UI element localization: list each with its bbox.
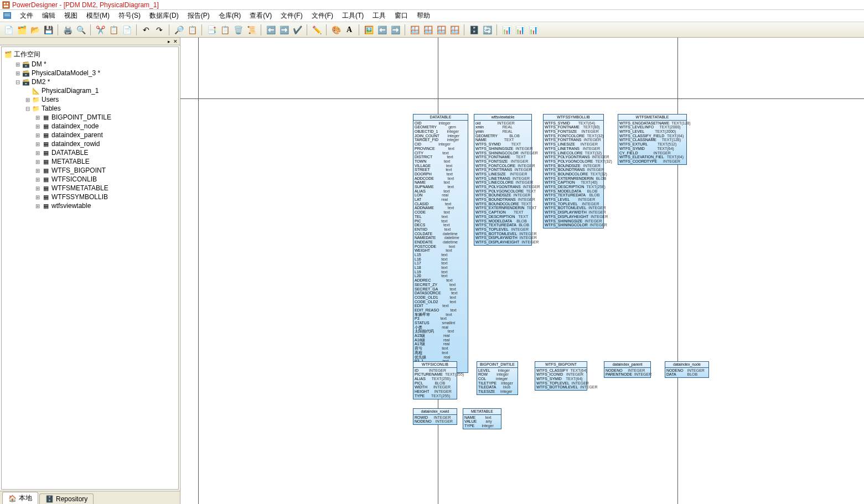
window2-icon[interactable]: 🪟 xyxy=(422,24,434,36)
tree-pdm3[interactable]: ⊞🗃️PhysicalDataModel_3 * xyxy=(14,69,176,77)
tool-copy-icon[interactable]: 📑 xyxy=(205,24,218,36)
entity-title: DATATABLE xyxy=(413,115,468,121)
menu-工具(T)[interactable]: 工具(T) xyxy=(338,11,368,20)
tool-delete-icon[interactable]: 🗑️ xyxy=(232,24,244,36)
tree-table-METATABLE[interactable]: ⊞▦METATABLE xyxy=(34,157,176,166)
db-reverse-icon[interactable]: 🔄 xyxy=(481,24,493,36)
tree-table-wtfsviewtable[interactable]: ⊞▦wtfsviewtable xyxy=(34,201,176,210)
menu-窗口[interactable]: 窗口 xyxy=(390,11,412,20)
print-button[interactable]: 🖨️ xyxy=(61,24,74,36)
panel-pin-icon[interactable]: ▸ xyxy=(165,38,172,45)
window3-icon[interactable]: 🪟 xyxy=(435,24,447,36)
menu-仓库(R)[interactable]: 仓库(R) xyxy=(214,11,246,20)
arrow-back-icon[interactable]: ⬅️ xyxy=(376,24,388,36)
tree-table-dataindex_parent[interactable]: ⊞▦dataindex_parent xyxy=(34,131,176,139)
menu-文件(F)[interactable]: 文件(F) xyxy=(276,11,307,20)
tab-local[interactable]: 🏠本地 xyxy=(2,492,38,504)
entity-wtfsviewtable[interactable]: wtfsviewtableoidINTEGERxminREALyminREALG… xyxy=(474,114,532,246)
model-icon: 🗃️ xyxy=(22,60,30,68)
view3-icon[interactable]: 📊 xyxy=(527,24,539,36)
entity-columns: NODENOINTEGERPARENTNODEINTEGER xyxy=(604,368,650,377)
image-icon[interactable]: 🖼️ xyxy=(363,24,375,36)
local-icon: 🏠 xyxy=(8,495,17,502)
menu-编辑[interactable]: 编辑 xyxy=(38,11,60,20)
menu-报告(P)[interactable]: 报告(P) xyxy=(183,11,214,20)
entity-title: BIGPOINT_DMTILE xyxy=(477,362,518,368)
tree-tables-folder[interactable]: ⊟📁Tables xyxy=(24,104,176,113)
tree-dm[interactable]: ⊞🗃️DM * xyxy=(14,60,176,69)
tree-table-WTFSSYMBOLLIB[interactable]: ⊞▦WTFSSYMBOLLIB xyxy=(34,193,176,201)
properties-button[interactable]: 📋 xyxy=(186,24,198,36)
tool-paste-icon[interactable]: 📋 xyxy=(219,24,231,36)
tool-nav1-icon[interactable]: ⬅️ xyxy=(265,24,277,36)
menu-文件[interactable]: 文件 xyxy=(15,11,38,20)
entity-bigpoint_dmtile[interactable]: BIGPOINT_DMTILELEVELintegerROWintegerCOL… xyxy=(477,361,518,395)
entity-wtfsiconlib[interactable]: WTFSICONLIBIDINTEGERPICTURENAMETEXT(255)… xyxy=(413,361,457,399)
menu-工具[interactable]: 工具 xyxy=(368,11,390,20)
menu-模型(M)[interactable]: 模型(M) xyxy=(82,11,114,20)
tool-list-icon[interactable]: 📜 xyxy=(245,24,257,36)
preview-button[interactable]: 🔍 xyxy=(75,24,87,36)
save-button[interactable]: 💾 xyxy=(42,24,54,36)
svg-rect-0 xyxy=(3,2,9,8)
new-button[interactable]: 📄 xyxy=(2,24,14,36)
menu-帮助[interactable]: 帮助 xyxy=(412,11,434,20)
entity-metatable[interactable]: METATABLENAMEtextVALUEanyTYPEinteger xyxy=(463,408,501,429)
tree-dm2[interactable]: ⊟🗃️DM2 * xyxy=(14,77,176,86)
tree-table-WTFSMETATABLE[interactable]: ⊞▦WTFSMETATABLE xyxy=(34,184,176,193)
tree-workspace[interactable]: 🗂️ 工作空间 xyxy=(4,49,176,60)
tree-table-WTFS_BIGPOINT[interactable]: ⊞▦WTFS_BIGPOINT xyxy=(34,166,176,175)
undo-button[interactable]: ↶ xyxy=(140,24,152,36)
tree-table-DATATABLE[interactable]: ⊞▦DATATABLE xyxy=(34,148,176,157)
entity-title: wtfsviewtable xyxy=(474,115,531,121)
font-icon[interactable]: A xyxy=(343,24,355,36)
tree-users[interactable]: ⊞📁Users xyxy=(24,95,176,104)
entity-dataindex_rowid[interactable]: dataindex_rowidROWIDINTEGERNODENOINTEGER xyxy=(413,408,457,425)
menu-查看(V)[interactable]: 查看(V) xyxy=(245,11,276,20)
window1-icon[interactable]: 🪟 xyxy=(408,24,421,36)
view2-icon[interactable]: 📊 xyxy=(514,24,526,36)
menu-符号(S)[interactable]: 符号(S) xyxy=(114,11,145,20)
svg-rect-2 xyxy=(7,3,8,4)
tree-table-WTFSICONLIB[interactable]: ⊞▦WTFSICONLIB xyxy=(34,175,176,184)
new-project-button[interactable]: 🗂️ xyxy=(15,24,28,36)
paste-button[interactable]: 📄 xyxy=(121,24,133,36)
table-icon: ▦ xyxy=(42,193,50,201)
db-generate-icon[interactable]: 🗄️ xyxy=(468,24,480,36)
menu-文件(F)[interactable]: 文件(F) xyxy=(307,11,338,20)
color-fill-icon[interactable]: 🎨 xyxy=(330,24,342,36)
entity-wtfssymbollib[interactable]: WTFSSYMBOLLIBWTFS_SYMIDTEXT(64)WTFS_FONT… xyxy=(543,114,604,228)
cut-button[interactable]: ✂️ xyxy=(94,24,106,36)
entity-wtfs_bigpoint[interactable]: WTFS_BIGPOINTWTFS_CLASSIFYTEXT(64)WTFS_I… xyxy=(535,361,587,391)
entity-wtfsmetatable[interactable]: WTFSMETATABLEWTFS_ENGDATASETNAMETEXT(128… xyxy=(618,114,687,165)
panel-close-icon[interactable]: ✕ xyxy=(172,38,179,45)
entity-dataindex_parent[interactable]: dataindex_parentNODENOINTEGERPARENTNODEI… xyxy=(604,361,651,378)
object-browser-tree[interactable]: 🗂️ 工作空间 ⊞🗃️DM * ⊞🗃️PhysicalDataModel_3 *… xyxy=(1,46,179,490)
redo-button[interactable]: ↷ xyxy=(153,24,165,36)
tree-diagram[interactable]: 📐PhysicalDiagram_1 xyxy=(24,86,176,95)
table-icon: ▦ xyxy=(42,113,50,121)
tree-table-dataindex_node[interactable]: ⊞▦dataindex_node xyxy=(34,122,176,131)
entity-dataindex_node[interactable]: dataindex_nodeNODENOINTEGERDATABLOB xyxy=(665,361,709,378)
tree-table-dataindex_rowid[interactable]: ⊞▦dataindex_rowid xyxy=(34,139,176,148)
table-icon: ▦ xyxy=(42,158,50,165)
view1-icon[interactable]: 📊 xyxy=(500,24,513,36)
mdi-icon[interactable] xyxy=(3,12,13,20)
copy-button[interactable]: 📋 xyxy=(107,24,120,36)
pencil-icon[interactable]: ✏️ xyxy=(311,24,323,36)
entity-columns: ROWIDINTEGERNODENOINTEGER xyxy=(413,415,457,424)
tool-check-icon[interactable]: ✔️ xyxy=(291,24,303,36)
menu-视图[interactable]: 视图 xyxy=(60,11,82,20)
open-button[interactable]: 📂 xyxy=(29,24,41,36)
tool-nav2-icon[interactable]: ➡️ xyxy=(278,24,290,36)
arrow-fwd-icon[interactable]: ➡️ xyxy=(389,24,401,36)
find-button[interactable]: 🔎 xyxy=(173,24,185,36)
tab-repository[interactable]: 🗄️Repository xyxy=(39,493,94,504)
entity-datatable[interactable]: DATATABLEOIDintegerGEOMETRYgemOBJECTID_1… xyxy=(413,114,468,373)
window4-icon[interactable]: 🪟 xyxy=(448,24,461,36)
diagram-canvas[interactable]: DATATABLEOIDintegerGEOMETRYgemOBJECTID_1… xyxy=(180,38,864,504)
table-icon: ▦ xyxy=(42,202,50,210)
menu-数据库(D)[interactable]: 数据库(D) xyxy=(145,11,183,20)
entity-title: WTFSSYMBOLLIB xyxy=(544,115,603,121)
tree-table-BIGPOINT_DMTILE[interactable]: ⊞▦BIGPOINT_DMTILE xyxy=(34,113,176,122)
